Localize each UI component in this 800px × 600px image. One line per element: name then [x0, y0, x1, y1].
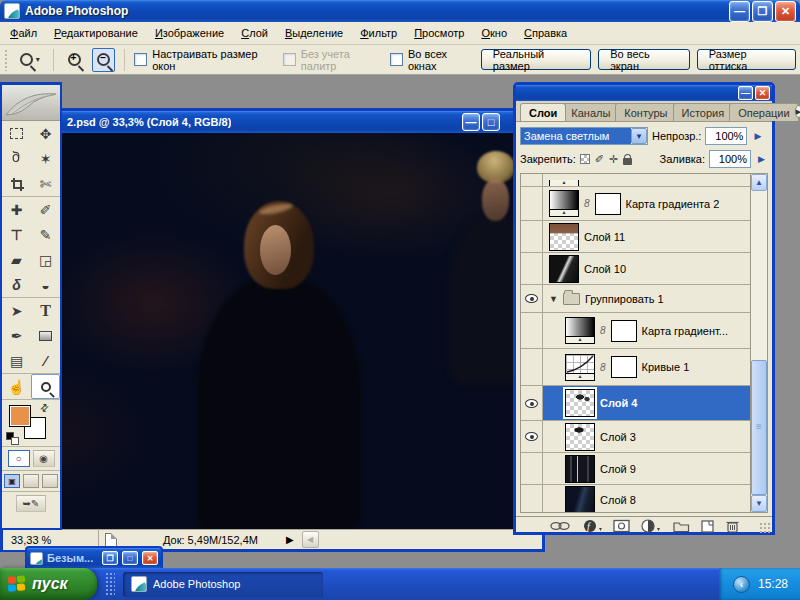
standard-mode-button[interactable]: ○ [8, 450, 30, 467]
options-grip[interactable] [4, 49, 9, 71]
path-select-tool[interactable]: ➤ [2, 298, 31, 323]
type-tool[interactable]: T [31, 298, 60, 323]
brush-tool[interactable]: ✐ [31, 197, 60, 222]
menu-help[interactable]: Справка [524, 27, 567, 39]
quick-mask-button[interactable]: ◉ [33, 450, 55, 467]
move-tool[interactable]: ✥ [31, 121, 60, 146]
visibility-cell[interactable] [521, 313, 543, 348]
actual-pixels-button[interactable]: Реальный размер [481, 49, 591, 70]
fullscreen-button[interactable] [42, 474, 58, 488]
minidoc-close-button[interactable]: ✕ [142, 551, 158, 565]
status-menu-arrow-icon[interactable]: ▶ [286, 534, 294, 545]
curves-thumbnail[interactable]: ▲ [565, 354, 595, 381]
layer-name[interactable]: Кривые 1 [642, 361, 690, 373]
layer-group-row[interactable]: ▼ Группировать 1 [521, 285, 750, 313]
tray-collapse-button[interactable]: ‹ [733, 576, 750, 593]
tab-history[interactable]: История [673, 103, 734, 121]
resize-windows-checkbox[interactable]: Настраивать размер окон [134, 48, 275, 72]
palette-minimize-button[interactable]: — [738, 86, 753, 100]
lock-pixels-icon[interactable]: ✐ [595, 153, 604, 166]
tab-channels[interactable]: Каналы [562, 103, 619, 121]
gradient-map-thumbnail[interactable]: ▲ [565, 317, 595, 344]
restore-button[interactable]: ❐ [752, 1, 773, 22]
blend-dropdown-icon[interactable]: ▼ [631, 128, 647, 144]
fill-input[interactable]: 100% [709, 150, 751, 168]
link-mask-icon[interactable]: 8 [584, 198, 590, 209]
layer-mask-thumbnail[interactable] [611, 320, 637, 342]
menu-layer[interactable]: Слой [241, 27, 268, 39]
page-preview-icon[interactable] [105, 533, 117, 547]
tab-paths[interactable]: Контуры [615, 103, 676, 121]
blur-tool[interactable]: δ [2, 272, 31, 297]
lasso-tool[interactable]: ϱ [2, 146, 31, 171]
print-size-button[interactable]: Размер оттиска [697, 49, 796, 70]
notes-tool[interactable]: ▤ [2, 348, 31, 373]
gradient-map-thumbnail[interactable]: ▲ [549, 190, 579, 217]
layer-row[interactable]: ▲ 8 Карта градиента 2 [521, 187, 750, 221]
visibility-cell[interactable] [521, 485, 543, 513]
blend-mode-select[interactable]: Замена светлым ▼ [520, 127, 648, 145]
scroll-up-button[interactable]: ▲ [751, 174, 767, 191]
lock-position-icon[interactable]: ✛ [609, 153, 618, 166]
minidoc-restore-button[interactable]: ❐ [102, 551, 118, 565]
layer-thumbnail[interactable] [565, 423, 595, 451]
document-titlebar[interactable]: 2.psd @ 33,3% (Слой 4, RGB/8) — □ [3, 111, 542, 133]
layer-thumbnail[interactable] [565, 455, 595, 483]
magic-wand-tool[interactable]: ✶ [31, 146, 60, 171]
visibility-cell[interactable] [521, 453, 543, 484]
layer-name[interactable]: Слой 3 [600, 431, 636, 443]
doc-maximize-button[interactable]: □ [482, 113, 500, 131]
marquee-tool[interactable] [2, 121, 31, 146]
link-mask-icon[interactable]: 8 [600, 325, 606, 336]
visibility-cell[interactable] [521, 349, 543, 385]
canvas[interactable] [3, 133, 542, 529]
tab-actions[interactable]: Операции [729, 103, 798, 121]
zoom-in-toggle[interactable]: + [63, 48, 86, 72]
clone-stamp-tool[interactable]: ⊤ [2, 222, 31, 247]
hscroll-left-arrow[interactable]: ◀ [302, 531, 319, 548]
pen-tool[interactable]: ✒ [2, 323, 31, 348]
tab-layers[interactable]: Слои [520, 103, 566, 121]
layer-row[interactable]: Слой 3 [521, 421, 750, 453]
layer-name[interactable]: Слой 10 [584, 263, 626, 275]
layer-row[interactable]: ▲ 8 Карта градиент... [521, 313, 750, 349]
minimized-document[interactable]: Безым... ❐ □ ✕ [25, 546, 163, 568]
link-mask-icon[interactable]: 8 [600, 362, 606, 373]
layer-name[interactable]: Группировать 1 [585, 293, 664, 305]
history-brush-tool[interactable]: ✎ [31, 222, 60, 247]
layer-name[interactable]: Слой 4 [600, 397, 637, 409]
visibility-cell[interactable] [521, 421, 543, 452]
visibility-cell[interactable] [521, 221, 543, 252]
menu-filter[interactable]: Фильтр [360, 27, 397, 39]
hand-tool[interactable]: ☝ [2, 374, 31, 399]
standard-screen-button[interactable]: ▣ [4, 474, 20, 488]
paint-bucket-tool[interactable]: ◲ [31, 247, 60, 272]
fullscreen-menubar-button[interactable] [23, 474, 39, 488]
layer-name[interactable]: Карта градиент... [642, 325, 728, 337]
layer-row[interactable]: ▲ 8 Кривые 1 [521, 349, 750, 386]
layers-scrollbar[interactable]: ▲ ▼ [750, 174, 767, 512]
visibility-cell[interactable] [521, 174, 543, 186]
foreground-color-swatch[interactable] [9, 405, 31, 427]
close-button[interactable]: ✕ [775, 1, 796, 22]
crop-tool[interactable] [2, 171, 31, 196]
layer-thumbnail[interactable] [549, 255, 579, 283]
palette-close-button[interactable]: ✕ [755, 86, 770, 100]
swap-colors-icon[interactable]: ⇄ [37, 401, 51, 415]
layer-name[interactable]: Слой 8 [600, 494, 636, 506]
layer-thumbnail[interactable] [565, 486, 595, 513]
menu-image[interactable]: Изображение [155, 27, 224, 39]
layer-thumbnail[interactable] [549, 223, 579, 251]
all-windows-checkbox[interactable]: Во всех окнах [390, 48, 474, 72]
minidoc-maximize-button[interactable]: □ [122, 551, 138, 565]
palette-titlebar[interactable]: — ✕ [516, 85, 772, 101]
visibility-cell[interactable] [521, 386, 543, 420]
menu-window[interactable]: Окно [481, 27, 507, 39]
start-button[interactable]: пуск [0, 568, 97, 600]
layer-mask-thumbnail[interactable] [595, 193, 621, 215]
opacity-input[interactable]: 100% [705, 127, 747, 145]
opacity-slider-arrow-icon[interactable]: ▶ [751, 127, 764, 145]
lock-all-icon[interactable] [623, 158, 632, 165]
slice-tool[interactable]: ✄ [31, 171, 60, 196]
dodge-tool[interactable]: ◒ [31, 272, 60, 297]
